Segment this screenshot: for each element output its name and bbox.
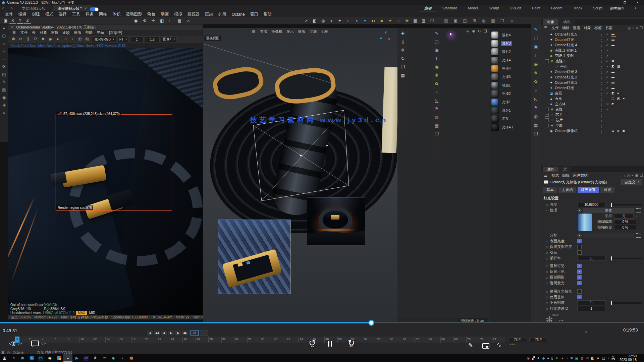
om-corner-icon[interactable]: ⌂ <box>632 26 634 30</box>
object-tags[interactable]: ▬ <box>611 70 615 73</box>
menu-item[interactable]: 样条 <box>83 11 96 17</box>
light-channel-field[interactable]: 1 <box>577 306 605 311</box>
vram-max-badge[interactable]: MAX <box>76 311 87 315</box>
object-row[interactable]: ✦ Octane灯光.4 ▬ <box>541 42 644 48</box>
menu-item[interactable]: 创建 <box>30 11 42 17</box>
taskbar-app[interactable]: ⊞ <box>0 354 9 362</box>
visibility-dots[interactable] <box>601 130 602 131</box>
tray-icon[interactable]: ◆ <box>542 356 545 360</box>
palette-icon[interactable]: ▢ <box>534 36 538 41</box>
visibility-dots[interactable] <box>601 120 602 121</box>
object-name[interactable]: Octane灯光 <box>555 85 574 90</box>
menu-item[interactable]: 体积 <box>110 11 123 17</box>
palette-icon[interactable]: ● <box>435 89 438 95</box>
menu-item[interactable]: 窗口 <box>248 11 261 17</box>
menu-item[interactable]: 工具 <box>70 11 83 17</box>
palette-icon[interactable]: ❐ <box>534 131 538 136</box>
toolbar-icon[interactable]: ⟲ <box>141 18 148 24</box>
material-item[interactable]: 光泽4.1 <box>490 123 531 131</box>
object-name[interactable]: Octane灯光.4 <box>555 43 577 48</box>
object-tags[interactable]: ◩ <box>611 102 615 106</box>
taskbar-app[interactable]: Ae <box>82 354 91 362</box>
object-name[interactable]: 芯片 <box>555 112 563 117</box>
expander-icon[interactable]: + <box>545 118 549 122</box>
attr-menu-item[interactable]: 编辑 <box>560 173 571 178</box>
material-thumbnail[interactable] <box>491 123 499 131</box>
minimize-button[interactable]: ─ <box>606 0 619 5</box>
visibility-dots[interactable] <box>601 34 602 35</box>
palette-icon[interactable]: ❋ <box>534 70 538 75</box>
expander-icon[interactable] <box>550 65 553 68</box>
object-name[interactable]: Octane灯光.3 <box>555 69 577 74</box>
palette-icon[interactable]: ✿ <box>435 81 439 86</box>
octane-menu-item[interactable]: 材质 <box>49 30 60 35</box>
nav-icon[interactable]: ❐ <box>484 29 487 34</box>
playback-button[interactable]: ◆▶ <box>182 330 188 336</box>
expander-icon[interactable] <box>545 129 548 132</box>
om-corner-icon[interactable]: ◎ <box>628 26 631 30</box>
palette-icon[interactable]: ❐ <box>435 131 439 136</box>
palette-icon[interactable]: ◉ <box>534 62 538 67</box>
octane-close-icon[interactable]: ✕ <box>11 25 14 29</box>
tool-icon[interactable]: ○ <box>3 41 5 46</box>
viewport-menu-item[interactable]: 面板 <box>319 29 330 34</box>
taskbar-app[interactable]: Ps <box>36 354 45 362</box>
object-name[interactable]: 芯片 <box>555 118 563 123</box>
palette-icon[interactable]: ↻ <box>401 56 405 61</box>
checkbox[interactable] <box>577 239 582 243</box>
material-thumbnail[interactable] <box>491 65 499 72</box>
pip-preview-closeup[interactable] <box>218 220 291 294</box>
palette-icon[interactable]: ⚑ <box>534 105 538 110</box>
forward-30-button[interactable]: ↻30 <box>348 338 355 348</box>
toolbar-icon[interactable]: ↗ <box>303 18 310 24</box>
workspace-tab[interactable]: Paint <box>527 5 546 11</box>
octane-tool-icon[interactable]: ⟳ <box>18 37 24 42</box>
folder-icon[interactable] <box>636 234 641 238</box>
octane-menu-item[interactable]: 帮助 <box>83 30 95 35</box>
workspace-tab[interactable]: UVEdit <box>504 5 527 11</box>
object-row[interactable]: - ❋ 克隆.1 ▦ <box>541 58 644 64</box>
document-tab[interactable]: 支架场景2.c4d <box>17 5 53 11</box>
object-tags[interactable]: ▬ <box>611 75 615 79</box>
om-menu-item[interactable]: 文件 <box>550 25 560 31</box>
expander-icon[interactable]: + <box>545 108 549 111</box>
viewport-menu-item[interactable]: 过滤 <box>307 29 319 34</box>
toolbar-icon[interactable]: ◉ <box>132 18 140 24</box>
workspace-tab[interactable]: Sculpt <box>483 5 504 11</box>
panel-tab[interactable]: 属性 <box>543 167 558 172</box>
palette-icon[interactable]: T <box>535 53 537 58</box>
object-tags[interactable]: ◩ ▦ <box>611 65 621 68</box>
material-thumbnail[interactable] <box>491 40 499 47</box>
more-button[interactable]: ⋯ <box>509 341 515 348</box>
palette-icon[interactable]: ▢ <box>435 39 439 44</box>
hamburger-icon[interactable]: ☰ <box>250 29 257 34</box>
tray-icon[interactable]: ◍ <box>581 356 584 360</box>
palette-icon[interactable]: T <box>435 56 438 61</box>
axis-y-button[interactable]: Y <box>17 18 23 24</box>
menu-item[interactable]: 扩展 <box>216 11 229 17</box>
tool-icon[interactable]: ↔ <box>2 57 6 61</box>
expander-icon[interactable] <box>545 38 548 41</box>
material-thumbnail[interactable] <box>491 90 499 98</box>
taskbar-app[interactable]: ◆ <box>109 354 118 362</box>
material-thumbnail[interactable] <box>491 73 499 81</box>
om-menu-item[interactable]: 查看 <box>571 25 582 31</box>
workspace-tab[interactable]: Groom <box>546 5 568 11</box>
taskbar-app[interactable]: ▱ <box>100 354 109 362</box>
expander-icon[interactable]: - <box>545 59 549 63</box>
hamburger-icon[interactable]: ☰ <box>10 31 18 35</box>
checkbox[interactable] <box>577 269 582 274</box>
samples-field[interactable]: 1 <box>130 37 144 42</box>
taskbar-app[interactable]: ▦ <box>127 354 136 362</box>
palette-icon[interactable]: ● <box>535 88 537 93</box>
om-corner-icon[interactable]: ≡ <box>636 26 638 30</box>
octane-tool-icon[interactable]: Ⓜ <box>84 37 90 42</box>
palette-icon[interactable]: ▣ <box>435 48 439 53</box>
panel-tab[interactable]: 层 <box>559 167 571 172</box>
attr-menu-item[interactable]: 模式 <box>550 173 560 178</box>
material-item[interactable]: 漫射3 <box>490 39 531 48</box>
object-row[interactable]: + ✛ 芯片 <box>541 117 644 123</box>
menu-item[interactable]: 角色 <box>145 11 158 17</box>
texture-dropdown-icon[interactable]: ▾ <box>577 208 582 213</box>
tray-icon[interactable]: ♦ <box>547 356 549 360</box>
